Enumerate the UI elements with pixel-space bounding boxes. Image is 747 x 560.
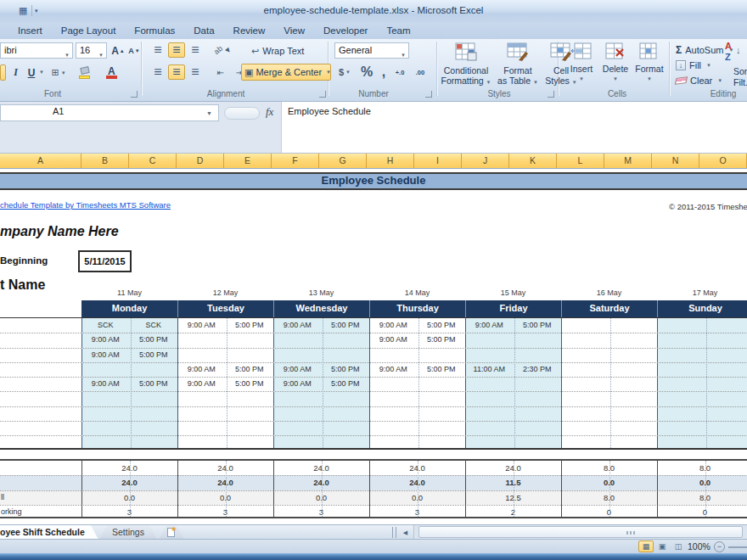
summary-value-cell[interactable]: 8.0 [657, 461, 747, 475]
schedule-cell[interactable]: 9:00 AM [273, 362, 322, 377]
week-beginning-date-cell[interactable]: 5/11/2015 [78, 250, 132, 272]
schedule-cell[interactable]: 5:00 PM [130, 333, 178, 347]
column-header-f[interactable]: F [272, 154, 319, 168]
schedule-cell[interactable]: 9:00 AM [465, 318, 514, 333]
number-format-combo[interactable]: General▼ [334, 42, 409, 59]
summary-value-cell[interactable]: 8.0 [657, 490, 747, 505]
align-top-button[interactable]: ≡ [149, 42, 166, 58]
align-center-button[interactable]: ≡ [168, 64, 185, 80]
schedule-cell[interactable]: 5:00 PM [130, 377, 178, 391]
styles-dialog-launcher[interactable] [548, 91, 554, 98]
horizontal-scrollbar-thumb[interactable] [418, 526, 743, 538]
ribbon-tab-data[interactable]: Data [184, 23, 223, 39]
chevron-down-icon[interactable]: ▼ [98, 48, 104, 59]
column-header-o[interactable]: O [699, 154, 747, 168]
ribbon-tab-page-layout[interactable]: Page Layout [52, 23, 126, 39]
column-header-m[interactable]: M [604, 154, 652, 168]
schedule-cell[interactable]: 5:00 PM [322, 377, 370, 391]
summary-value-cell[interactable]: 0 [657, 505, 747, 519]
schedule-cell[interactable]: 9:00 AM [177, 362, 226, 377]
schedule-cell[interactable]: 5:00 PM [226, 318, 274, 333]
schedule-cell[interactable]: 9:00 AM [81, 333, 130, 347]
schedule-cell[interactable]: 9:00 AM [273, 377, 322, 391]
accounting-format-button[interactable]: $▼ [334, 64, 355, 80]
merge-center-button[interactable]: ▣Merge & Center▼ [241, 64, 331, 81]
schedule-cell[interactable]: 5:00 PM [418, 362, 466, 377]
schedule-cell[interactable]: 5:00 PM [418, 333, 466, 347]
chevron-down-icon[interactable]: ▼ [65, 48, 70, 59]
decrease-indent-button[interactable]: ⇤ [212, 64, 229, 80]
schedule-cell[interactable]: 5:00 PM [418, 318, 466, 333]
schedule-cell[interactable]: 11:00 AM [465, 362, 514, 377]
name-box[interactable] [0, 104, 219, 121]
column-header-k[interactable]: K [509, 154, 557, 168]
day-name-header[interactable]: Monday [81, 300, 177, 317]
schedule-cell[interactable]: 5:00 PM [322, 318, 370, 333]
chevron-down-icon[interactable]: ▼ [401, 48, 406, 59]
zoom-out-button[interactable]: − [714, 541, 725, 552]
name-box-caret-icon[interactable]: ▼ [206, 110, 212, 116]
ribbon-tab-team[interactable]: Team [377, 23, 419, 39]
schedule-cell[interactable]: 5:00 PM [322, 362, 370, 377]
grow-font-button[interactable]: A▲ [110, 42, 126, 59]
column-header-g[interactable]: G [319, 154, 367, 168]
banner-cell-a1[interactable]: Employee Schedule [0, 172, 747, 190]
ribbon-tab-review[interactable]: Review [224, 23, 275, 39]
borders-button[interactable]: ⊞▼ [48, 64, 70, 81]
view-normal-button[interactable]: ▦ [638, 540, 654, 552]
column-header-j[interactable]: J [462, 154, 509, 168]
bold-button-partial[interactable] [0, 64, 6, 81]
schedule-cell[interactable]: 9:00 AM [369, 333, 418, 347]
schedule-cell[interactable]: SCK [81, 318, 130, 333]
schedule-cell[interactable]: 5:00 PM [226, 377, 274, 391]
fill-button[interactable]: ↓Fill▼ [676, 59, 711, 71]
schedule-cell[interactable]: 9:00 AM [177, 377, 226, 391]
number-dialog-launcher[interactable] [425, 91, 432, 98]
insert-worksheet-tab[interactable]: ✱ [159, 525, 184, 540]
day-name-header[interactable]: Thursday [369, 300, 465, 317]
orientation-button[interactable]: ab▼ [212, 42, 233, 58]
wrap-text-button[interactable]: ↩Wrap Text [251, 43, 304, 59]
schedule-cell[interactable]: 9:00 AM [369, 318, 418, 333]
shrink-font-button[interactable]: A▼ [126, 42, 142, 59]
sheet-tab-settings[interactable]: Settings [99, 525, 157, 540]
zoom-slider[interactable] [728, 546, 747, 548]
font-size-combo[interactable]: 16▼ [76, 42, 107, 59]
font-name-combo[interactable]: ibri▼ [0, 42, 73, 59]
ribbon-tab-developer[interactable]: Developer [314, 23, 377, 39]
template-link[interactable]: chedule Template by Timesheets MTS Softw… [0, 200, 171, 210]
view-page-layout-button[interactable]: ▣ [654, 540, 670, 552]
formula-input-area[interactable]: Employee Schedule [281, 102, 747, 153]
view-page-break-button[interactable]: ◫ [671, 540, 686, 552]
schedule-cell[interactable]: 2:30 PM [514, 362, 562, 377]
column-header-a[interactable]: A [0, 154, 81, 168]
clear-button[interactable]: Clear▼ [676, 74, 722, 87]
column-header-e[interactable]: E [224, 154, 272, 168]
insert-function-icon[interactable]: fx [266, 105, 273, 119]
day-name-header[interactable]: Saturday [561, 300, 657, 317]
sheet-tab-employee-shift-schedule[interactable]: oyee Shift Schedule [0, 525, 98, 540]
zoom-level[interactable]: 100% [688, 541, 710, 552]
column-header-b[interactable]: B [81, 154, 129, 168]
align-bottom-button[interactable]: ≡ [187, 42, 204, 58]
schedule-cell[interactable]: 9:00 AM [177, 318, 226, 333]
align-right-button[interactable]: ≡ [187, 64, 204, 80]
schedule-cell[interactable]: 9:00 AM [81, 377, 130, 391]
column-header-i[interactable]: I [414, 154, 462, 168]
schedule-cell[interactable]: 9:00 AM [81, 348, 130, 362]
ribbon-tab-view[interactable]: View [274, 23, 314, 39]
scroll-left-arrow[interactable]: ◀ [399, 526, 412, 539]
decrease-decimal-button[interactable]: .00 [411, 64, 430, 80]
day-name-header[interactable]: Wednesday [273, 300, 369, 317]
schedule-cell[interactable]: 9:00 AM [369, 362, 418, 377]
increase-decimal-button[interactable]: +.0 [390, 64, 409, 80]
fill-color-button[interactable] [76, 64, 98, 81]
schedule-cell[interactable]: 5:00 PM [130, 348, 178, 362]
day-name-header[interactable]: Sunday [657, 300, 747, 317]
formula-bar-splitter[interactable] [224, 107, 260, 120]
underline-button[interactable]: U [25, 64, 38, 81]
schedule-cell[interactable]: 5:00 PM [514, 318, 562, 333]
company-name-cell[interactable]: mpany Name Here [0, 224, 119, 239]
schedule-cell[interactable]: 5:00 PM [226, 362, 274, 377]
column-header-h[interactable]: H [367, 154, 414, 168]
